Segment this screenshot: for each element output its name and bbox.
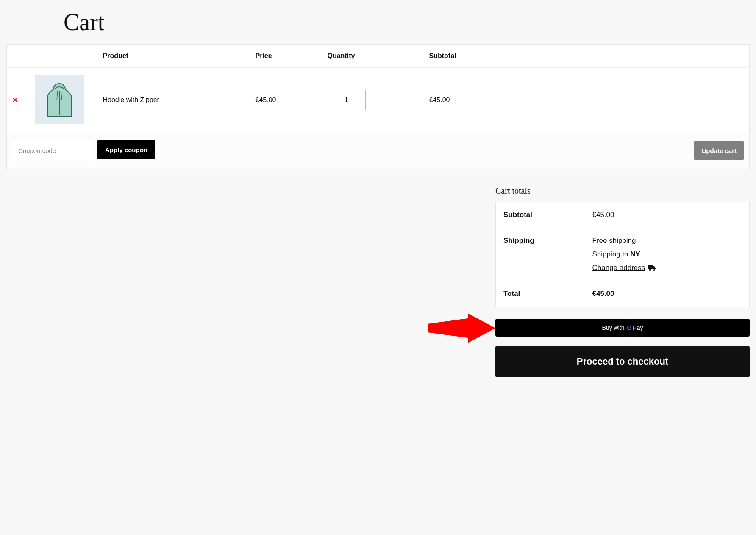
google-pay-logo-icon: GPay — [627, 324, 643, 331]
google-pay-button[interactable]: Buy with GPay — [495, 319, 750, 337]
subtotal-label: Subtotal — [496, 202, 585, 228]
proceed-to-checkout-button[interactable]: Proceed to checkout — [495, 346, 750, 377]
annotation-arrow-icon — [428, 313, 495, 343]
product-thumbnail[interactable] — [35, 75, 84, 124]
cart-row: ✕ Hoodie with Zipper — [7, 68, 750, 132]
shipping-destination: Shipping to NY. — [592, 250, 742, 259]
remove-item-button[interactable]: ✕ — [12, 95, 18, 105]
quantity-input[interactable] — [328, 90, 366, 110]
svg-point-5 — [653, 269, 655, 270]
product-subtotal: €45.00 — [424, 68, 750, 132]
cart-table: Product Price Quantity Subtotal ✕ — [6, 44, 750, 169]
svg-marker-6 — [428, 313, 495, 343]
cart-totals-table: Subtotal €45.00 Shipping Free shipping S… — [495, 202, 750, 307]
header-quantity: Quantity — [322, 45, 424, 68]
cart-actions-row: Apply coupon Update cart — [7, 132, 750, 169]
hoodie-icon — [42, 81, 76, 119]
product-price: €45.00 — [250, 68, 322, 132]
shipping-label: Shipping — [496, 228, 585, 281]
svg-rect-3 — [648, 265, 653, 269]
header-thumb — [30, 45, 98, 68]
svg-point-4 — [649, 269, 651, 270]
shipping-method: Free shipping — [592, 237, 742, 245]
truck-icon — [648, 265, 656, 271]
change-address-link[interactable]: Change address — [592, 264, 656, 272]
cart-totals-heading: Cart totals — [495, 186, 750, 196]
total-value: €45.00 — [585, 281, 750, 307]
header-remove — [7, 45, 30, 68]
header-subtotal: Subtotal — [424, 45, 750, 68]
page-title: Cart — [6, 0, 750, 44]
coupon-code-input[interactable] — [12, 140, 92, 161]
header-price: Price — [250, 45, 322, 68]
gpay-prefix-text: Buy with — [602, 324, 625, 331]
header-product: Product — [98, 45, 250, 68]
subtotal-value: €45.00 — [585, 202, 750, 228]
apply-coupon-button[interactable]: Apply coupon — [97, 140, 155, 159]
total-label: Total — [496, 281, 585, 307]
update-cart-button[interactable]: Update cart — [694, 141, 744, 160]
product-name-link[interactable]: Hoodie with Zipper — [103, 96, 159, 103]
